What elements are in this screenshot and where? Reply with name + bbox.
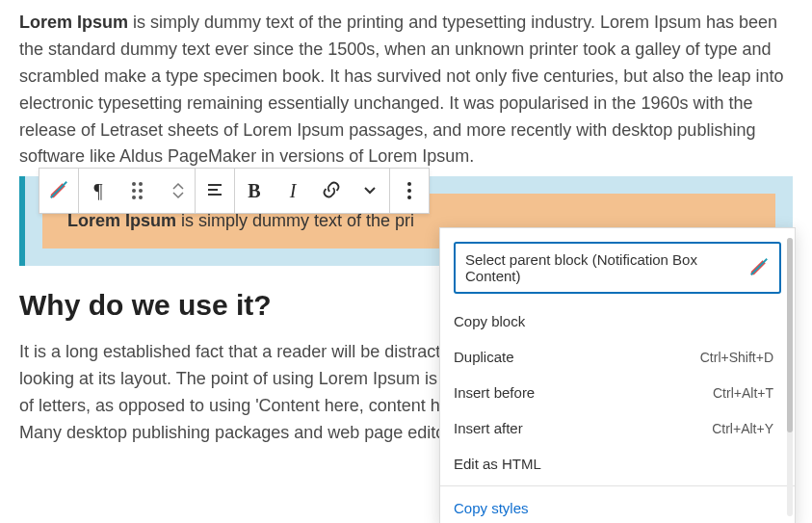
notification-box-content-icon — [48, 179, 69, 203]
menu-item-label: Copy block — [454, 313, 525, 329]
drag-handle-button[interactable] — [118, 169, 156, 213]
menu-item-shortcut: Ctrl+Shift+D — [700, 350, 773, 365]
block-type-button[interactable] — [39, 169, 78, 213]
move-arrows-icon — [172, 182, 184, 199]
pilcrow-icon: ¶ — [93, 180, 102, 202]
drag-icon — [132, 182, 143, 199]
block-toolbar: ¶ B I — [39, 168, 430, 214]
chevron-down-icon — [362, 182, 378, 200]
block-options-menu: Select parent block (Notification Box Co… — [439, 227, 796, 523]
link-icon — [321, 179, 342, 203]
italic-button[interactable]: I — [274, 169, 312, 213]
italic-icon: I — [290, 180, 297, 202]
menu-item-insert-before[interactable]: Insert before Ctrl+Alt+T — [440, 375, 795, 410]
intro-paragraph[interactable]: Lorem Ipsum is simply dummy text of the … — [19, 10, 793, 170]
bold-icon: B — [248, 180, 260, 202]
menu-item-shortcut: Ctrl+Alt+Y — [712, 421, 773, 436]
menu-separator — [440, 485, 795, 486]
notification-box-content-icon — [748, 256, 770, 280]
menu-item-label: Insert after — [454, 420, 523, 436]
select-parent-block-button[interactable]: Select parent block (Notification Box Co… — [454, 242, 781, 294]
menu-item-copy-block[interactable]: Copy block — [440, 303, 795, 339]
menu-item-shortcut: Ctrl+Alt+T — [713, 385, 773, 401]
notice-lead: Lorem Ipsum — [67, 211, 176, 230]
align-icon — [205, 180, 224, 202]
menu-item-edit-as-html[interactable]: Edit as HTML — [440, 446, 795, 482]
menu-item-insert-after[interactable]: Insert after Ctrl+Alt+Y — [440, 410, 795, 446]
menu-item-label: Copy styles — [454, 500, 529, 516]
bold-button[interactable]: B — [235, 169, 274, 213]
intro-text: is simply dummy text of the printing and… — [19, 13, 783, 166]
menu-item-copy-styles[interactable]: Copy styles — [440, 490, 795, 523]
notice-text: is simply dummy text of the pri — [176, 211, 414, 230]
svg-line-4 — [751, 258, 768, 275]
more-vertical-icon — [407, 182, 411, 199]
menu-scrollbar-thumb[interactable] — [787, 238, 793, 432]
menu-scrollbar[interactable] — [787, 238, 793, 516]
align-button[interactable] — [196, 169, 234, 213]
select-parent-block-label: Select parent block (Notification Box Co… — [465, 251, 748, 284]
move-up-down-button[interactable] — [156, 169, 195, 213]
svg-line-0 — [51, 181, 67, 197]
link-button[interactable] — [312, 169, 351, 213]
menu-item-duplicate[interactable]: Duplicate Ctrl+Shift+D — [440, 339, 795, 375]
menu-item-label: Duplicate — [454, 349, 514, 365]
more-rich-text-button[interactable] — [351, 169, 389, 213]
menu-item-label: Edit as HTML — [454, 456, 541, 472]
menu-item-label: Insert before — [454, 384, 535, 401]
intro-lead: Lorem Ipsum — [19, 13, 128, 32]
paragraph-type-button[interactable]: ¶ — [79, 169, 118, 213]
more-options-button[interactable] — [390, 169, 429, 213]
